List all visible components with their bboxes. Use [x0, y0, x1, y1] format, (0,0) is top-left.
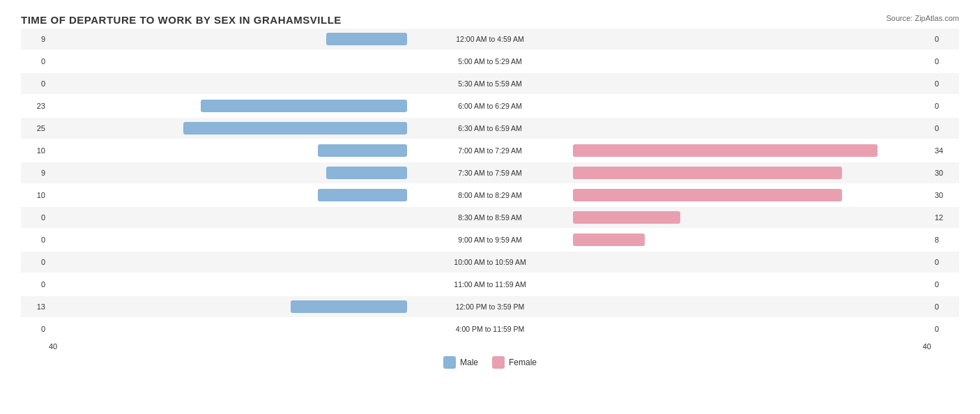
- right-value: 0: [931, 258, 959, 266]
- right-value: 0: [931, 325, 959, 333]
- left-value: 10: [21, 146, 49, 155]
- right-value: 30: [931, 169, 959, 177]
- left-value: 0: [21, 280, 49, 289]
- table-row: 10 7:00 AM to 7:29 AM 34: [21, 140, 959, 161]
- time-label: 7:30 AM to 7:59 AM: [410, 169, 570, 177]
- chart-container: TIME OF DEPARTURE TO WORK BY SEX IN GRAH…: [0, 0, 980, 414]
- time-label: 6:00 AM to 6:29 AM: [410, 102, 570, 110]
- table-row: 0 10:00 AM to 10:59 AM 0: [21, 252, 959, 273]
- male-bar: [326, 33, 407, 45]
- right-value: 0: [931, 280, 959, 289]
- table-row: 10 8:00 AM to 8:29 AM 30: [21, 185, 959, 206]
- time-label: 9:00 AM to 9:59 AM: [410, 236, 570, 244]
- time-label: 12:00 PM to 3:59 PM: [410, 302, 570, 311]
- right-value: 0: [931, 102, 959, 110]
- right-value: 34: [931, 146, 959, 155]
- table-row: 0 4:00 PM to 11:59 PM 0: [21, 319, 959, 339]
- left-value: 0: [21, 57, 49, 66]
- axis-left: 40: [49, 342, 57, 351]
- male-bar: [326, 167, 407, 179]
- left-value: 9: [21, 35, 49, 43]
- table-row: 0 11:00 AM to 11:59 AM 0: [21, 274, 959, 295]
- axis-labels: 40 40: [21, 342, 959, 351]
- time-label: 7:00 AM to 7:29 AM: [410, 146, 570, 155]
- time-label: 8:30 AM to 8:59 AM: [410, 213, 570, 222]
- female-bar: [573, 144, 878, 157]
- chart-rows: 9 12:00 AM to 4:59 AM 0 0: [21, 29, 959, 339]
- left-value: 0: [21, 213, 49, 222]
- legend-female-label: Female: [509, 358, 537, 367]
- time-label: 4:00 PM to 11:59 PM: [410, 325, 570, 333]
- female-bar: [573, 233, 645, 246]
- male-bar: [183, 122, 407, 135]
- time-label: 5:00 AM to 5:29 AM: [410, 57, 570, 66]
- male-color-box: [443, 356, 456, 369]
- table-row: 0 5:00 AM to 5:29 AM 0: [21, 51, 959, 72]
- left-value: 0: [21, 325, 49, 333]
- right-value: 0: [931, 302, 959, 311]
- right-value: 0: [931, 79, 959, 88]
- legend-male: Male: [443, 356, 478, 369]
- female-bar: [573, 167, 842, 179]
- time-label: 6:30 AM to 6:59 AM: [410, 124, 570, 132]
- time-label: 10:00 AM to 10:59 AM: [410, 258, 570, 266]
- source-text: Source: ZipAtlas.com: [886, 14, 959, 22]
- right-value: 30: [931, 191, 959, 199]
- left-value: 0: [21, 236, 49, 244]
- left-value: 25: [21, 124, 49, 132]
- male-bar: [201, 100, 407, 112]
- table-row: 9 7:30 AM to 7:59 AM 30: [21, 162, 959, 183]
- left-value: 23: [21, 102, 49, 110]
- table-row: 9 12:00 AM to 4:59 AM 0: [21, 29, 959, 49]
- legend-male-label: Male: [460, 358, 478, 367]
- right-value: 8: [931, 236, 959, 244]
- time-label: 8:00 AM to 8:29 AM: [410, 191, 570, 199]
- table-row: 0 9:00 AM to 9:59 AM 8: [21, 229, 959, 250]
- table-row: 13 12:00 PM to 3:59 PM 0: [21, 296, 959, 317]
- left-value: 10: [21, 191, 49, 199]
- chart-title: TIME OF DEPARTURE TO WORK BY SEX IN GRAH…: [21, 14, 959, 26]
- time-label: 11:00 AM to 11:59 AM: [410, 280, 570, 289]
- legend-female: Female: [492, 356, 537, 369]
- female-bar: [573, 211, 680, 224]
- female-bar: [573, 189, 842, 201]
- time-label: 12:00 AM to 4:59 AM: [410, 35, 570, 43]
- male-bar: [291, 300, 407, 313]
- left-value: 0: [21, 258, 49, 266]
- female-color-box: [492, 356, 505, 369]
- left-value: 13: [21, 302, 49, 311]
- left-value: 0: [21, 79, 49, 88]
- table-row: 23 6:00 AM to 6:29 AM 0: [21, 95, 959, 116]
- table-row: 25 6:30 AM to 6:59 AM 0: [21, 118, 959, 139]
- table-row: 0 8:30 AM to 8:59 AM 12: [21, 207, 959, 228]
- right-value: 0: [931, 35, 959, 43]
- male-bar: [318, 144, 408, 157]
- table-row: 0 5:30 AM to 5:59 AM 0: [21, 73, 959, 94]
- male-bar: [318, 189, 408, 201]
- left-value: 9: [21, 169, 49, 177]
- axis-right: 40: [923, 342, 931, 351]
- legend: Male Female: [21, 356, 959, 369]
- right-value: 0: [931, 124, 959, 132]
- time-label: 5:30 AM to 5:59 AM: [410, 79, 570, 88]
- right-value: 12: [931, 213, 959, 222]
- right-value: 0: [931, 57, 959, 66]
